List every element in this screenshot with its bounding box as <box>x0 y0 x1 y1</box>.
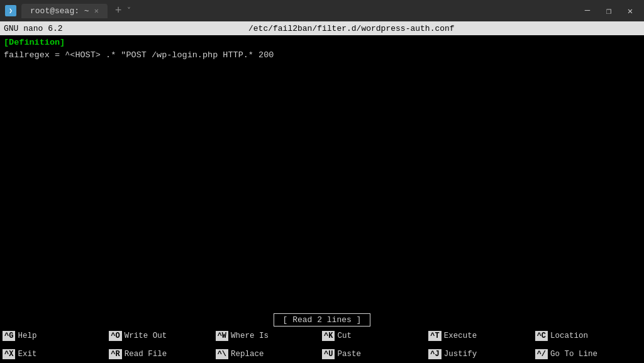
shortcut-label-help: Help <box>18 332 36 340</box>
shortcut-where-is[interactable]: ^W Where Is <box>216 327 322 345</box>
nano-version: GNU nano 6.2 <box>4 24 63 33</box>
shortcut-label-read-file: Read File <box>125 350 167 359</box>
shortcut-bar-row1: ^G Help ^O Write Out ^W Where Is ^K Cut … <box>0 327 644 345</box>
nano-status-text: [ Read 2 lines ] <box>274 313 371 327</box>
shortcut-cut[interactable]: ^K Cut <box>322 327 428 345</box>
shortcut-bar-row2: ^X Exit ^R Read File ^\ Replace ^U Paste… <box>0 345 644 363</box>
editor-line-2: failregex = ^<HOST> .* "POST /wp-login.p… <box>4 49 640 62</box>
shortcut-paste[interactable]: ^U Paste <box>322 345 428 363</box>
shortcut-help[interactable]: ^G Help <box>3 327 109 345</box>
shortcut-go-to-line[interactable]: ^/ Go To Line <box>535 345 641 363</box>
terminal-tab[interactable]: root@seag: ~ ✕ <box>21 4 108 18</box>
shortcut-replace[interactable]: ^\ Replace <box>216 345 322 363</box>
shortcut-justify[interactable]: ^J Justify <box>428 345 535 363</box>
restore-button[interactable]: ❐ <box>600 4 618 17</box>
close-button[interactable]: ✕ <box>621 4 639 17</box>
shortcut-label-exit: Exit <box>18 350 36 359</box>
shortcut-exit[interactable]: ^X Exit <box>3 345 109 363</box>
new-tab-button[interactable]: + <box>115 4 122 17</box>
nano-filename: /etc/fail2ban/filter.d/wordpress-auth.co… <box>63 24 640 33</box>
shortcut-label-justify: Justify <box>444 350 477 359</box>
shortcut-key-cut: ^K <box>322 331 335 341</box>
shortcut-label-paste: Paste <box>337 350 361 359</box>
nano-status-message: [ Read 2 lines ] <box>0 313 644 327</box>
tab-label: root@seag: ~ <box>30 6 89 16</box>
shortcut-label-replace: Replace <box>231 350 264 359</box>
shortcut-key-exit: ^X <box>3 349 15 359</box>
editor-line-1: [Definition] <box>4 36 640 49</box>
shortcut-read-file[interactable]: ^R Read File <box>109 345 215 363</box>
window-controls: ─ ❐ ✕ <box>579 4 639 17</box>
shortcut-key-read-file: ^R <box>109 349 121 359</box>
shortcut-label-go-to-line: Go To Line <box>550 350 597 359</box>
titlebar: ❯ root@seag: ~ ✕ + ˅ ─ ❐ ✕ <box>0 0 644 21</box>
minimize-button[interactable]: ─ <box>579 4 596 17</box>
shortcut-key-write-out: ^O <box>109 331 121 341</box>
shortcut-label-cut: Cut <box>337 332 352 340</box>
shortcut-label-where-is: Where Is <box>231 332 269 340</box>
shortcut-key-replace: ^\ <box>216 349 228 359</box>
shortcut-key-paste: ^U <box>322 349 335 359</box>
shortcut-key-help: ^G <box>3 331 15 341</box>
shortcut-label-location: Location <box>550 332 588 340</box>
shortcut-execute[interactable]: ^T Execute <box>428 327 535 345</box>
shortcut-label-write-out: Write Out <box>125 332 167 340</box>
terminal-icon: ❯ <box>5 5 16 16</box>
shortcut-write-out[interactable]: ^O Write Out <box>109 327 215 345</box>
nano-top-statusbar: GNU nano 6.2 /etc/fail2ban/filter.d/word… <box>0 21 644 35</box>
shortcut-key-execute: ^T <box>428 331 441 341</box>
tab-close-button[interactable]: ✕ <box>94 6 99 16</box>
tab-dropdown-button[interactable]: ˅ <box>127 6 131 16</box>
shortcut-key-location: ^C <box>535 331 548 341</box>
shortcut-key-go-to-line: ^/ <box>535 349 548 359</box>
shortcut-label-execute: Execute <box>444 332 477 340</box>
shortcut-location[interactable]: ^C Location <box>535 327 641 345</box>
shortcut-key-justify: ^J <box>428 349 441 359</box>
editor-area[interactable]: [Definition] failregex = ^<HOST> .* "POS… <box>0 35 644 313</box>
shortcut-key-where-is: ^W <box>216 331 228 341</box>
